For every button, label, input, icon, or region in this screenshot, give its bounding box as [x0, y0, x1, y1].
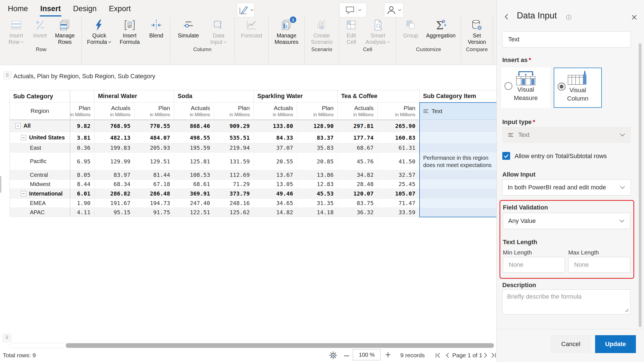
actuals-header[interactable]: Actualsin Millions [94, 103, 134, 120]
panel-scrollbar[interactable] [639, 43, 641, 327]
value-cell[interactable]: 909.29 [214, 120, 254, 132]
collapse-icon[interactable]: − [15, 123, 21, 128]
manage-rows-button[interactable]: ManageRows [50, 17, 79, 45]
text-input-cell[interactable] [420, 189, 500, 199]
value-cell[interactable]: 177.74 [338, 132, 378, 143]
value-cell[interactable]: 34.82 [338, 170, 378, 180]
text-input-cell[interactable] [420, 170, 500, 180]
measure-name-input[interactable] [502, 31, 631, 47]
value-cell[interactable]: 13.05 [254, 180, 297, 189]
row-label[interactable]: −United States [10, 132, 70, 143]
value-cell[interactable]: 535.51 [214, 132, 254, 143]
text-input-cell[interactable] [420, 143, 500, 153]
text-input-cell[interactable] [420, 120, 500, 132]
value-cell[interactable]: 45.76 [338, 153, 378, 170]
value-cell[interactable]: 71.29 [214, 180, 254, 189]
value-cell[interactable]: 129.51 [134, 153, 174, 170]
value-cell[interactable]: 37.07 [254, 143, 297, 153]
value-cell[interactable]: 84.33 [254, 132, 297, 143]
value-cell[interactable]: 81.44 [134, 170, 174, 180]
insert-as-option-measure[interactable]: VisualMeasure [501, 68, 550, 108]
value-cell-clipped[interactable]: 0.36 [70, 143, 94, 153]
vertical-scrollbar[interactable] [0, 176, 1, 193]
smart-analysis-button[interactable]: SmartAnalysis [362, 17, 394, 45]
text-column-input-header[interactable]: Text [420, 103, 500, 120]
plan-header[interactable]: Planin Millions [134, 103, 174, 120]
value-cell-clipped[interactable]: 1.90 [70, 199, 94, 208]
create-scenario-button[interactable]: CreateScenario [307, 17, 337, 45]
column-group-header[interactable]: Sparkling Water [254, 90, 338, 103]
value-cell[interactable]: 68.67 [338, 143, 378, 153]
value-cell[interactable]: 13.86 [297, 170, 338, 180]
value-cell[interactable]: 83.97 [94, 170, 134, 180]
edit-mode-button[interactable] [237, 3, 254, 17]
clipped-measure-header[interactable]: Planin Millions [70, 103, 94, 120]
row-label[interactable]: Midwest [10, 180, 70, 189]
value-cell[interactable]: 373.79 [214, 189, 254, 199]
value-cell[interactable]: 67.18 [134, 180, 174, 189]
value-cell-clipped[interactable]: 8.44 [70, 180, 94, 189]
min-length-input[interactable] [503, 257, 565, 273]
zoom-in-button[interactable] [385, 351, 391, 358]
column-group-header[interactable]: Tea & Coffee [338, 90, 420, 103]
update-button[interactable]: Update [595, 335, 636, 353]
aggregation-button[interactable]: Σ⚙⚙Aggregation [423, 17, 459, 45]
value-cell-clipped[interactable]: 6.95 [70, 153, 94, 170]
value-cell[interactable]: 199.83 [94, 143, 134, 153]
value-cell[interactable]: 95.15 [94, 208, 134, 217]
value-cell[interactable]: 133.80 [254, 120, 297, 132]
insert-formula-button[interactable]: InsertFormula [115, 17, 145, 45]
plan-header[interactable]: Planin Millions [378, 103, 420, 120]
plan-header[interactable]: Planin Millions [297, 103, 338, 120]
value-cell[interactable]: 14.18 [297, 208, 338, 217]
value-cell[interactable]: 205.93 [134, 143, 174, 153]
row-label[interactable]: East [10, 143, 70, 153]
value-cell[interactable]: 484.07 [134, 132, 174, 143]
value-cell[interactable]: 482.13 [94, 132, 134, 143]
insert-row-button[interactable]: InsertRow [3, 17, 30, 45]
text-input-cell[interactable] [420, 180, 500, 189]
value-cell[interactable]: 191.67 [94, 199, 134, 208]
drag-handle-bottom[interactable]: ⠿ [3, 334, 11, 342]
blend-button[interactable]: Blend [145, 17, 168, 45]
value-cell[interactable]: 868.46 [174, 120, 214, 132]
value-cell[interactable]: 20.55 [254, 153, 297, 170]
value-cell[interactable]: 770.55 [134, 120, 174, 132]
value-cell[interactable]: 83.37 [297, 132, 338, 143]
profile-button[interactable] [384, 3, 404, 17]
invert-button[interactable]: Invert [30, 17, 50, 45]
column-group-header[interactable]: Mineral Water [94, 90, 174, 103]
value-cell-clipped[interactable]: 4.11 [70, 208, 94, 217]
collapse-icon[interactable]: − [21, 135, 26, 140]
allow-totals-checkbox[interactable] [502, 152, 510, 160]
value-cell[interactable]: 129.99 [94, 153, 134, 170]
radio-icon[interactable] [558, 83, 565, 90]
value-cell[interactable]: 297.81 [338, 120, 378, 132]
input-type-select[interactable]: Text [502, 127, 631, 143]
actuals-header[interactable]: Actualsin Millions [174, 103, 214, 120]
set-version-button[interactable]: ⚙SetVersion [463, 17, 491, 45]
value-cell[interactable]: 128.90 [297, 120, 338, 132]
row-label[interactable]: Central [10, 170, 70, 180]
prev-page-button[interactable] [444, 351, 452, 359]
zoom-level-value[interactable]: 100 % [353, 349, 381, 360]
text-column-group-header[interactable]: Sub Category Item [420, 90, 500, 103]
field-validation-select[interactable]: Any Value [503, 213, 630, 229]
value-cell[interactable]: 36.32 [338, 208, 378, 217]
tab-export[interactable]: Export [108, 4, 131, 13]
row-label[interactable]: EMEA [10, 199, 70, 208]
value-cell[interactable]: 13.67 [254, 170, 297, 180]
value-cell[interactable]: 83.75 [338, 199, 378, 208]
value-cell[interactable]: 31.35 [297, 199, 338, 208]
drag-handle[interactable]: ⠿ [3, 72, 11, 79]
value-cell[interactable]: 61.31 [378, 143, 420, 153]
value-cell[interactable]: 71.47 [378, 199, 420, 208]
value-cell[interactable]: 125.81 [174, 153, 214, 170]
collapse-icon[interactable]: − [21, 191, 26, 196]
row-label[interactable]: −All [10, 120, 70, 132]
value-cell[interactable]: 20.85 [297, 153, 338, 170]
description-textarea[interactable] [502, 289, 630, 315]
row-dimension-header[interactable]: Region [10, 103, 70, 120]
data-input-button[interactable]: DataInput [205, 17, 233, 45]
value-cell[interactable]: 33.59 [378, 208, 420, 217]
